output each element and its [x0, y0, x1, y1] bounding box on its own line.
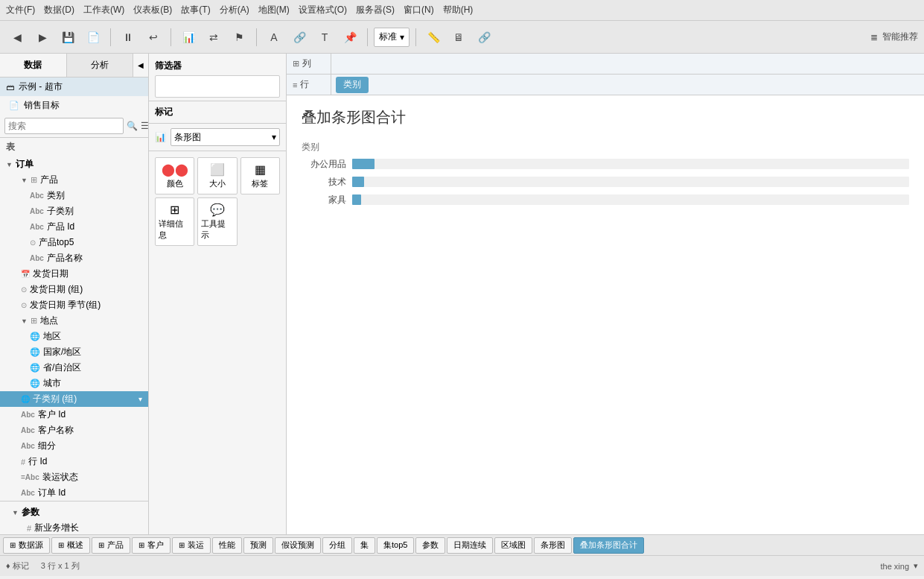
item-country[interactable]: 🌐 国家/地区 [0, 344, 148, 360]
bottom-tab-7[interactable]: 假设预测 [275, 537, 321, 554]
swap-button[interactable]: ⇄ [203, 26, 225, 48]
tab-analysis[interactable]: 分析 [67, 54, 134, 77]
fix-axes-button[interactable]: 📏 [422, 26, 445, 48]
bottom-tab-13[interactable]: 区域图 [494, 537, 532, 554]
params-section: ▼ 参数 # 新业务增长 # 流失率 [0, 501, 148, 534]
marks-label-btn[interactable]: ▦ 标签 [240, 157, 280, 194]
bottom-tab-0[interactable]: ⊞数据源 [3, 537, 50, 554]
item-region[interactable]: 🌐 地区 [0, 329, 148, 344]
group-location[interactable]: ▼ ⊞ 地点 [0, 313, 148, 329]
label-button[interactable]: A [263, 26, 285, 48]
params-header[interactable]: ▼ 参数 [6, 504, 142, 520]
item-product-id[interactable]: Abc 产品 Id [0, 219, 148, 235]
chart-type-button[interactable]: 📊 [177, 26, 200, 48]
marks-size-btn[interactable]: ⬜ 大小 [197, 157, 237, 194]
marks-tooltip-btn[interactable]: 💬 工具提示 [197, 197, 237, 246]
smart-recommend[interactable]: ≣ 智能推荐 [870, 31, 918, 43]
menu-item-b[interactable]: 仪表板(B) [133, 4, 172, 16]
save-button[interactable]: 💾 [57, 26, 79, 48]
item-ship-date-group[interactable]: ⊙ 发货日期 (组) [0, 282, 148, 297]
menu-item-f[interactable]: 文件(F) [6, 4, 35, 16]
menu-item-h[interactable]: 帮助(H) [443, 4, 474, 16]
productid-type-icon: Abc [30, 223, 44, 231]
datasource-name: 示例 - 超市 [19, 80, 63, 93]
bottom-tab-2[interactable]: ⊞产品 [92, 537, 130, 554]
bottom-tab-5[interactable]: 性能 [212, 537, 242, 554]
tree-scroll[interactable]: ▼ 订单 ▼ ⊞ 产品 Abc 类别 Abc 子类别 Abc 产品 Id [0, 156, 148, 534]
item-customer-name[interactable]: Abc 客户名称 [0, 423, 148, 438]
section-orders[interactable]: ▼ 订单 [0, 156, 148, 172]
item-city[interactable]: 🌐 城市 [0, 376, 148, 391]
search-input[interactable] [4, 118, 124, 134]
forward-button[interactable]: ▶ [31, 26, 54, 48]
back-button[interactable]: ◀ [6, 26, 28, 48]
bottom-tab-12[interactable]: 日期连续 [447, 537, 493, 554]
tooltip-button[interactable]: 🖥 [447, 26, 470, 48]
tab-label-2: 产品 [107, 540, 124, 551]
chart-bar-area-0 [352, 159, 909, 169]
link-button[interactable]: 🔗 [288, 26, 310, 48]
bottom-tab-1[interactable]: ⊞概述 [51, 537, 90, 554]
menu-item-w[interactable]: 工作表(W) [83, 4, 124, 16]
item-ship-date-season[interactable]: ⊙ 发货日期 季节(组) [0, 297, 148, 313]
search-icon[interactable]: 🔍 [127, 121, 138, 131]
param-new-biz[interactable]: # 新业务增长 [6, 520, 142, 534]
fit-dropdown[interactable]: 标准 ▾ [374, 28, 410, 47]
menu-item-m[interactable]: 地图(M) [258, 4, 290, 16]
chart-bar-0 [352, 159, 375, 169]
bottom-tab-11[interactable]: 参数 [415, 537, 445, 554]
bottom-tab-14[interactable]: 条形图 [534, 537, 572, 554]
share-button[interactable]: 🔗 [473, 26, 495, 48]
new-button[interactable]: 📄 [82, 26, 104, 48]
menu-item-a[interactable]: 分析(A) [220, 4, 249, 16]
rows-pill-category[interactable]: 类别 [336, 77, 369, 93]
menu-item-n[interactable]: 窗口(N) [404, 4, 434, 16]
group-product[interactable]: ▼ ⊞ 产品 [0, 172, 148, 188]
item-segment[interactable]: Abc 细分 [0, 438, 148, 454]
item-product-id-label: 产品 Id [47, 221, 74, 233]
item-row-id[interactable]: # 行 Id [0, 454, 148, 469]
item-province[interactable]: 🌐 省/自治区 [0, 360, 148, 376]
bottom-tab-6[interactable]: 预测 [243, 537, 273, 554]
size-icon: ⬜ [210, 162, 225, 177]
item-product-name[interactable]: Abc 产品名称 [0, 250, 148, 266]
bottom-tab-15[interactable]: 叠加条形图合计 [573, 537, 644, 554]
datasource-icon: 🗃 [6, 83, 14, 92]
marks-detail-btn[interactable]: ⊞ 详细信息 [155, 197, 194, 246]
item-subcategory[interactable]: Abc 子类别 [0, 203, 148, 219]
text-button[interactable]: T [313, 26, 336, 48]
bottom-tab-4[interactable]: ⊞装运 [172, 537, 211, 554]
marks-color-btn[interactable]: ⬤⬤ 颜色 [155, 157, 194, 194]
menu-item-d[interactable]: 数据(D) [44, 4, 74, 16]
bottom-tab-8[interactable]: 分组 [322, 537, 352, 554]
item-ship-status[interactable]: =Abc 装运状态 [0, 469, 148, 485]
bottom-tab-3[interactable]: ⊞客户 [132, 537, 171, 554]
pin-button[interactable]: 📌 [339, 26, 361, 48]
product-group-icon: ⊞ [31, 175, 37, 185]
bottom-tab-9[interactable]: 集 [354, 537, 375, 554]
undo-button[interactable]: ↩ [142, 26, 165, 48]
menu-item-s[interactable]: 服务器(S) [356, 4, 395, 16]
filter-icon[interactable]: ☰ [141, 121, 149, 131]
menu-item-t[interactable]: 故事(T) [181, 4, 210, 16]
item-category[interactable]: Abc 类别 [0, 188, 148, 203]
item-order-id[interactable]: Abc 订单 Id [0, 485, 148, 501]
menu-item-o[interactable]: 设置格式(O) [299, 4, 347, 16]
customername-type-icon: Abc [21, 426, 35, 434]
sidebar-collapse-arrow[interactable]: ◀ [133, 54, 148, 77]
tooltip-icon: 💬 [210, 203, 225, 217]
item-ship-date[interactable]: 📅 发货日期 [0, 266, 148, 282]
bottom-tab-10[interactable]: 集top5 [377, 537, 414, 554]
chart-bar-area-2 [352, 194, 909, 205]
item-product-top5[interactable]: ⊙ 产品top5 [0, 235, 148, 250]
data-source-row-sales[interactable]: 📄 销售目标 [0, 96, 148, 115]
item-customer-id[interactable]: Abc 客户 Id [0, 407, 148, 423]
pause-button[interactable]: ⏸ [117, 26, 139, 48]
marks-type-select[interactable]: 条形图 ▾ [171, 128, 280, 146]
item-subcategory-group[interactable]: 🌐 子类别 (组) ▾ [0, 391, 148, 407]
tab-data[interactable]: 数据 [0, 54, 67, 77]
data-source-row-supermarket[interactable]: 🗃 示例 - 超市 [0, 77, 148, 96]
sidebar-tabs: 数据 分析 ◀ [0, 54, 148, 77]
highlight-button[interactable]: ⚑ [228, 26, 250, 48]
user-dropdown[interactable]: ▾ [914, 561, 918, 571]
